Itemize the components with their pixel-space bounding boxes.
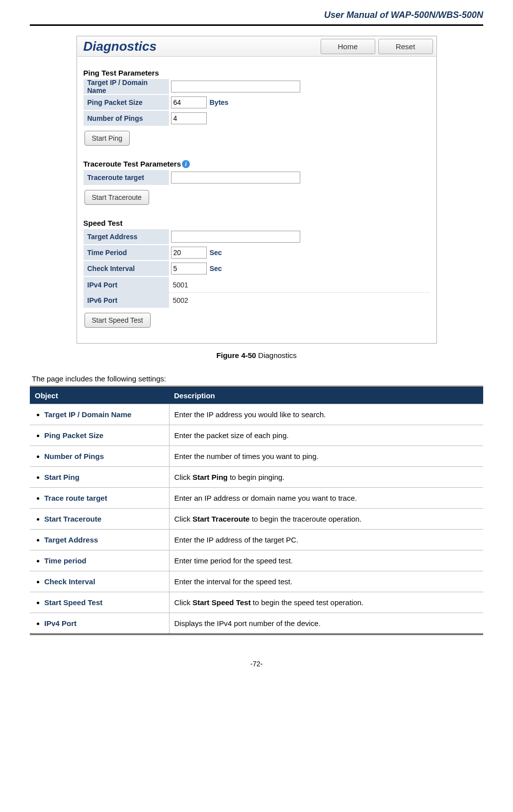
ping-size-input[interactable]	[171, 96, 207, 108]
description-cell: Enter an IP address or domain name you w…	[169, 488, 483, 509]
table-row: Check IntervalEnter the interval for the…	[30, 571, 483, 592]
description-cell: Click Start Speed Test to begin the spee…	[169, 592, 483, 613]
speed-addr-label: Target Address	[84, 230, 169, 244]
speed-period-row: Time Period Sec	[84, 245, 430, 261]
table-row: Target IP / Domain NameEnter the IP addr…	[30, 404, 483, 425]
panel-title: Diagnostics	[81, 39, 318, 54]
speed-interval-unit: Sec	[207, 265, 222, 272]
ping-size-unit: Bytes	[207, 98, 229, 106]
figure-text: Diagnostics	[256, 351, 297, 360]
table-row: Ping Packet SizeEnter the packet size of…	[30, 425, 483, 446]
speed-addr-input[interactable]	[171, 231, 300, 243]
speed-ipv4-label: IPv4 Port	[84, 277, 169, 292]
table-row: Target AddressEnter the IP address of th…	[30, 530, 483, 550]
speed-ipv4-value: 5001	[171, 281, 188, 289]
ping-count-row: Number of Pings	[84, 111, 430, 127]
speed-interval-row: Check Interval Sec	[84, 261, 430, 277]
ping-size-row: Ping Packet Size Bytes	[84, 95, 430, 111]
ping-target-row: Target IP / Domain Name	[84, 79, 430, 95]
object-cell: Start Traceroute	[30, 509, 169, 530]
description-cell: Enter the packet size of each ping.	[169, 425, 483, 446]
object-cell: Time period	[30, 550, 169, 571]
description-cell: Enter time period for the speed test.	[169, 550, 483, 571]
doc-header-title: User Manual of WAP-500N/WBS-500N	[30, 10, 483, 24]
trace-section-title: Traceroute Test Parameters i	[84, 160, 430, 168]
object-cell: Target IP / Domain Name	[30, 404, 169, 425]
intro-text: The page includes the following settings…	[30, 374, 483, 383]
speed-ipv6-value: 5002	[171, 296, 188, 304]
table-row: Start TracerouteClick Start Traceroute t…	[30, 509, 483, 530]
description-cell: Enter the number of times you want to pi…	[169, 446, 483, 467]
ping-count-input[interactable]	[171, 112, 207, 124]
panel-body: Ping Test Parameters Target IP / Domain …	[78, 57, 436, 343]
figure-ref: Figure 4-50	[216, 351, 256, 360]
object-cell: Trace route target	[30, 488, 169, 509]
table-row: Start PingClick Start Ping to begin ping…	[30, 467, 483, 488]
speed-interval-label: Check Interval	[84, 262, 169, 275]
ping-count-label: Number of Pings	[84, 111, 169, 125]
trace-section-label: Traceroute Test Parameters	[84, 160, 181, 168]
header-rule	[30, 24, 483, 26]
start-ping-button[interactable]: Start Ping	[85, 131, 130, 146]
description-cell: Click Start Traceroute to begin the trac…	[169, 509, 483, 530]
speed-addr-row: Target Address	[84, 229, 430, 245]
table-row: Number of PingsEnter the number of times…	[30, 446, 483, 467]
speed-period-input[interactable]	[171, 247, 207, 259]
screenshot-panel: Diagnostics Home Reset Ping Test Paramet…	[77, 36, 437, 344]
speed-period-label: Time Period	[84, 246, 169, 260]
object-cell: IPv4 Port	[30, 613, 169, 634]
table-row: Start Speed TestClick Start Speed Test t…	[30, 592, 483, 613]
ping-target-label: Target IP / Domain Name	[84, 76, 169, 97]
description-cell: Enter the IP address of the target PC.	[169, 530, 483, 550]
object-cell: Check Interval	[30, 571, 169, 592]
info-icon[interactable]: i	[182, 160, 190, 168]
object-cell: Ping Packet Size	[30, 425, 169, 446]
trace-target-input[interactable]	[171, 172, 300, 183]
trace-target-row: Traceroute target	[84, 170, 430, 186]
speed-ipv4-row: IPv4 Port 5001	[84, 277, 430, 293]
speed-ipv6-label: IPv6 Port	[84, 293, 169, 308]
description-cell: Displays the IPv4 port number of the dev…	[169, 613, 483, 634]
description-cell: Enter the interval for the speed test.	[169, 571, 483, 592]
object-cell: Start Speed Test	[30, 592, 169, 613]
object-cell: Target Address	[30, 530, 169, 550]
trace-target-label: Traceroute target	[84, 171, 169, 184]
description-cell: Click Start Ping to begin pinging.	[169, 467, 483, 488]
figure-caption: Figure 4-50 Diagnostics	[30, 351, 483, 360]
start-speedtest-button[interactable]: Start Speed Test	[85, 313, 151, 328]
ping-size-label: Ping Packet Size	[84, 95, 169, 109]
table-row: Trace route targetEnter an IP address or…	[30, 488, 483, 509]
reset-button[interactable]: Reset	[378, 39, 433, 54]
home-button[interactable]: Home	[321, 39, 375, 54]
object-cell: Start Ping	[30, 467, 169, 488]
th-object: Object	[30, 387, 169, 404]
object-cell: Number of Pings	[30, 446, 169, 467]
th-description: Description	[169, 387, 483, 404]
table-row: IPv4 PortDisplays the IPv4 port number o…	[30, 613, 483, 634]
table-row: Time periodEnter time period for the spe…	[30, 550, 483, 571]
titlebar: Diagnostics Home Reset	[78, 37, 436, 57]
description-table: Object Description Target IP / Domain Na…	[30, 386, 483, 635]
description-cell: Enter the IP address you would like to s…	[169, 404, 483, 425]
speed-interval-input[interactable]	[171, 263, 207, 274]
speed-ipv6-row: IPv6 Port 5002	[84, 293, 430, 309]
speed-period-unit: Sec	[207, 249, 222, 257]
ping-target-input[interactable]	[171, 81, 300, 92]
start-traceroute-button[interactable]: Start Traceroute	[85, 190, 149, 205]
page-number: -72-	[30, 660, 483, 668]
speed-section-title: Speed Test	[84, 219, 430, 227]
